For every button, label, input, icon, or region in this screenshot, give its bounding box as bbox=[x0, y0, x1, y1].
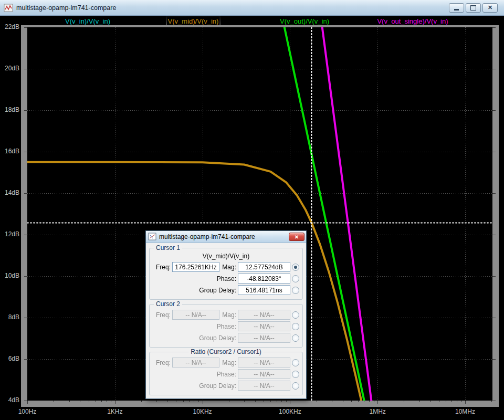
close-icon: ✕ bbox=[488, 5, 492, 10]
cursor1-group: Cursor 1 V(v_mid)/V(v_in) Freq: 176.2526… bbox=[149, 248, 303, 300]
y-axis-label: 16dB bbox=[0, 148, 19, 155]
ratio-group-delay-input[interactable]: -- N/A-- bbox=[238, 381, 290, 391]
ratio-mag-radio[interactable] bbox=[292, 359, 299, 366]
axis-tick bbox=[270, 401, 271, 402]
axis-tick bbox=[24, 193, 27, 194]
ratio-phase-radio[interactable] bbox=[292, 371, 299, 378]
cursor2-freq-input[interactable]: -- N/A-- bbox=[172, 310, 219, 320]
axis-tick bbox=[24, 359, 27, 360]
cursor2-mag-input[interactable]: -- N/A-- bbox=[238, 310, 290, 320]
ratio-phase-label: Phase: bbox=[153, 371, 236, 378]
ratio-phase-input[interactable]: -- N/A-- bbox=[238, 369, 290, 379]
axis-tick bbox=[317, 401, 317, 402]
axis-tick bbox=[69, 401, 70, 402]
cursor2-group-delay-radio[interactable] bbox=[292, 334, 299, 342]
window-controls: ✕ bbox=[449, 3, 498, 13]
axis-tick bbox=[183, 401, 184, 402]
axis-tick bbox=[203, 401, 203, 404]
axis-tick bbox=[492, 152, 496, 152]
x-axis-label: 1MHz bbox=[370, 408, 386, 415]
cursor1-trace-name: V(v_mid)/V(v_in) bbox=[153, 253, 299, 260]
y-axis-label: 4dB bbox=[0, 396, 19, 404]
axis-tick bbox=[281, 401, 282, 402]
right-axis-frame bbox=[492, 25, 499, 407]
trace-label-v-mid[interactable]: V(v_mid)/V(v_in) bbox=[168, 17, 219, 25]
axis-tick bbox=[364, 401, 364, 402]
x-axis-label: 100KHz bbox=[279, 408, 301, 415]
y-axis-label: 14dB bbox=[0, 189, 19, 197]
axis-tick bbox=[89, 401, 89, 402]
axis-tick bbox=[176, 401, 176, 402]
cursor1-phase-input[interactable]: -48.812083° bbox=[238, 274, 290, 284]
cursor2-phase-input[interactable]: -- N/A-- bbox=[238, 321, 290, 331]
axis-tick bbox=[24, 401, 27, 401]
cursor-dialog-titlebar[interactable]: multistage-opamp-lm741-compare ✕ bbox=[146, 231, 306, 243]
app-window: multistage-opamp-lm741-compare ✕ V(v_in)… bbox=[0, 0, 504, 420]
cursor-dialog: multistage-opamp-lm741-compare ✕ Cursor … bbox=[145, 230, 307, 399]
axis-tick bbox=[343, 401, 343, 402]
cursor-dialog-close-button[interactable]: ✕ bbox=[289, 233, 304, 241]
cursor1-phase-radio[interactable] bbox=[292, 275, 299, 282]
axis-tick bbox=[229, 401, 229, 402]
axis-tick bbox=[24, 152, 27, 152]
axis-tick bbox=[461, 401, 461, 402]
axis-tick bbox=[419, 401, 420, 402]
axis-tick bbox=[107, 401, 107, 402]
axis-tick bbox=[492, 318, 496, 318]
close-button[interactable]: ✕ bbox=[482, 3, 498, 13]
cursor2-group-delay-input[interactable]: -- N/A-- bbox=[238, 333, 290, 343]
ratio-mag-input[interactable]: -- N/A-- bbox=[238, 358, 290, 368]
axis-tick bbox=[277, 401, 277, 402]
ratio-heading: Ratio (Cursor2 / Cursor1) bbox=[188, 348, 264, 355]
axis-tick bbox=[492, 401, 496, 401]
cursor-dialog-body: Cursor 1 V(v_mid)/V(v_in) Freq: 176.2526… bbox=[146, 243, 306, 398]
axis-tick bbox=[492, 276, 496, 277]
cursor2-group: Cursor 2 Freq: -- N/A-- Mag: -- N/A-- Ph… bbox=[149, 304, 303, 348]
cursor1-group-delay-radio[interactable] bbox=[292, 287, 299, 294]
minimize-button[interactable] bbox=[449, 3, 464, 13]
axis-tick bbox=[452, 401, 452, 402]
app-icon bbox=[4, 3, 13, 13]
cursor2-mag-label: Mag: bbox=[221, 311, 236, 319]
x-axis-label: 10KHz bbox=[193, 408, 212, 415]
ratio-mag-label: Mag: bbox=[221, 359, 236, 366]
x-axis-label: 1KHz bbox=[107, 408, 122, 415]
x-axis-label: 10MHz bbox=[455, 408, 475, 415]
trace-label-v-out-single[interactable]: V(v_out_single)/V(v_in) bbox=[377, 17, 448, 25]
axis-tick bbox=[351, 401, 352, 402]
trace-label-v-out[interactable]: V(v_out)/V(v_in) bbox=[280, 17, 329, 25]
axis-tick bbox=[358, 401, 359, 402]
cursor1-mag-label: Mag: bbox=[221, 264, 236, 271]
y-axis-label: 22dB bbox=[0, 23, 19, 31]
trace-label-v-in[interactable]: V(v_in)/V(v_in) bbox=[65, 17, 110, 25]
axis-tick bbox=[111, 401, 111, 402]
axis-tick bbox=[24, 69, 27, 69]
window-titlebar[interactable]: multistage-opamp-lm741-compare ✕ bbox=[0, 0, 504, 16]
cursor1-mag-radio[interactable] bbox=[292, 264, 299, 271]
maximize-button[interactable] bbox=[466, 3, 481, 13]
ratio-group-delay-label: Group Delay: bbox=[153, 382, 236, 390]
axis-tick bbox=[80, 401, 80, 402]
x-axis-label: 100Hz bbox=[18, 408, 37, 415]
axis-tick bbox=[492, 193, 496, 194]
cursor2-freq-label: Freq: bbox=[153, 311, 171, 319]
cursor1-group-delay-input[interactable]: 516.48171ns bbox=[238, 285, 290, 295]
cursor2-phase-radio[interactable] bbox=[292, 323, 299, 330]
cursor2-mag-radio[interactable] bbox=[292, 311, 299, 319]
axis-tick bbox=[286, 401, 287, 402]
axis-tick bbox=[492, 110, 496, 111]
cursor1-freq-input[interactable]: 176.25261KHz bbox=[172, 262, 219, 272]
axis-tick bbox=[439, 401, 439, 402]
cursor-dialog-icon bbox=[148, 233, 156, 241]
ratio-group-delay-radio[interactable] bbox=[292, 382, 299, 390]
axis-tick bbox=[404, 401, 404, 402]
axis-tick bbox=[492, 69, 496, 69]
ratio-freq-input[interactable]: -- N/A-- bbox=[172, 358, 219, 368]
axis-tick bbox=[377, 401, 378, 404]
y-axis-label: 20dB bbox=[0, 65, 19, 72]
axis-tick bbox=[54, 401, 54, 402]
axis-tick bbox=[101, 401, 102, 402]
axis-tick bbox=[198, 401, 199, 402]
axis-tick bbox=[244, 401, 245, 402]
cursor1-mag-input[interactable]: 12.577524dB bbox=[238, 262, 290, 272]
